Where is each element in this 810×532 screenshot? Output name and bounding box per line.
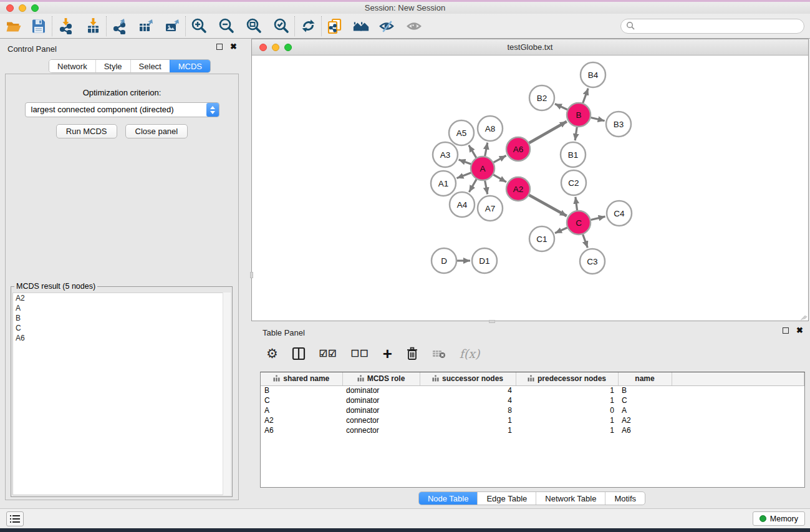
network-canvas[interactable]: B4B2BB3A5A8A6B1A3AC2A1A2A4A7C4CC1DD1C3: [252, 56, 808, 321]
node-A4[interactable]: A4: [450, 192, 475, 217]
edge-C-C4[interactable]: [591, 216, 605, 220]
memory-button[interactable]: Memory: [753, 511, 805, 526]
edge-A-A1[interactable]: [456, 173, 471, 178]
tab-select[interactable]: Select: [130, 60, 170, 72]
node-C2[interactable]: C2: [561, 170, 586, 195]
node-D[interactable]: D: [432, 248, 456, 273]
hide-panels-button[interactable]: [378, 17, 396, 35]
node-A3[interactable]: A3: [433, 142, 458, 167]
column-header-predecessor-nodes[interactable]: predecessor nodes: [516, 372, 618, 385]
open-session-button[interactable]: [5, 17, 22, 35]
table-row[interactable]: A2connector11A2: [261, 415, 804, 425]
zoom-in-button[interactable]: [190, 17, 208, 35]
table-row[interactable]: Cdominator41C: [261, 395, 804, 405]
node-A2[interactable]: A2: [506, 177, 530, 201]
float-panel-icon[interactable]: [216, 44, 223, 50]
node-A1[interactable]: A1: [431, 171, 456, 196]
column-header-MCDS-role[interactable]: MCDS role: [342, 372, 420, 385]
mcds-result-item[interactable]: A6: [13, 333, 230, 343]
zoom-out-button[interactable]: [218, 17, 235, 35]
mcds-result-list[interactable]: A2ABCA6: [12, 293, 231, 495]
edge-B-B4[interactable]: [583, 89, 588, 104]
close-panel-icon[interactable]: ✖: [230, 44, 237, 50]
node-A7[interactable]: A7: [478, 196, 503, 221]
edge-B-B3[interactable]: [591, 118, 604, 121]
node-A6[interactable]: A6: [506, 137, 530, 161]
show-panels-button[interactable]: [406, 17, 423, 35]
table-row[interactable]: Bdominator41B: [261, 385, 804, 395]
node-C3[interactable]: C3: [580, 249, 605, 274]
float-table-panel-icon[interactable]: [783, 327, 789, 334]
node-B1[interactable]: B1: [561, 142, 586, 167]
result-scrollbar[interactable]: [223, 293, 231, 495]
mcds-result-item[interactable]: B: [13, 313, 230, 323]
task-history-button[interactable]: [6, 511, 24, 526]
unselect-all-columns-button[interactable]: ☐☐: [351, 346, 369, 362]
home-view-button[interactable]: [352, 17, 370, 35]
edge-C-C1[interactable]: [555, 228, 567, 233]
zoom-selected-button[interactable]: [272, 17, 290, 35]
mcds-result-item[interactable]: C: [13, 323, 230, 333]
network-graph[interactable]: B4B2BB3A5A8A6B1A3AC2A1A2A4A7C4CC1DD1C3: [252, 56, 808, 321]
node-B2[interactable]: B2: [529, 85, 554, 110]
zoom-fit-button[interactable]: [245, 17, 263, 35]
column-header-successor-nodes[interactable]: successor nodes: [420, 372, 516, 385]
tab-edge-table[interactable]: Edge Table: [477, 492, 536, 505]
mcds-result-item[interactable]: A2: [13, 293, 230, 303]
edge-A-A6[interactable]: [494, 156, 506, 163]
search-input[interactable]: [635, 22, 804, 31]
tab-motifs[interactable]: Motifs: [605, 492, 645, 505]
edge-A-A2[interactable]: [493, 175, 506, 182]
delete-columns-button[interactable]: [406, 346, 418, 362]
edge-A-A3[interactable]: [459, 160, 471, 164]
edge-A6-B[interactable]: [529, 122, 566, 143]
save-session-button[interactable]: [30, 17, 47, 35]
node-A8[interactable]: A8: [478, 116, 503, 141]
node-C1[interactable]: C1: [529, 226, 554, 251]
create-column-button[interactable]: +: [383, 346, 392, 362]
table-row[interactable]: Adominator80A: [261, 405, 804, 415]
column-header-shared-name[interactable]: shared name: [261, 372, 342, 385]
edge-C-C3[interactable]: [583, 235, 588, 248]
delete-table-button[interactable]: [432, 346, 446, 362]
duplicate-network-button[interactable]: [326, 17, 344, 35]
criterion-dropdown[interactable]: largest connected component (directed): [25, 102, 219, 117]
column-header-name[interactable]: name: [618, 372, 672, 385]
import-network-button[interactable]: [57, 17, 74, 35]
edge-A-A7[interactable]: [485, 181, 488, 195]
tab-network[interactable]: Network: [49, 60, 95, 72]
node-B4[interactable]: B4: [581, 62, 605, 87]
export-network-button[interactable]: [111, 17, 128, 35]
run-mcds-button[interactable]: Run MCDS: [56, 124, 117, 138]
edge-A-A8[interactable]: [485, 143, 488, 157]
export-table-button[interactable]: [137, 17, 155, 35]
close-table-panel-icon[interactable]: ✖: [796, 327, 803, 334]
edge-A-A5[interactable]: [469, 145, 476, 158]
refresh-layout-button[interactable]: [299, 17, 317, 35]
mcds-result-item[interactable]: A: [13, 303, 230, 313]
edge-B-B1[interactable]: [575, 127, 577, 140]
tab-mcds[interactable]: MCDS: [170, 60, 210, 72]
close-panel-button[interactable]: Close panel: [125, 124, 188, 138]
resize-grip-icon[interactable]: [799, 312, 807, 319]
node-C4[interactable]: C4: [607, 201, 632, 226]
search-box[interactable]: [620, 19, 804, 34]
node-C[interactable]: C: [567, 211, 591, 235]
table-settings-button[interactable]: ⚙: [266, 346, 278, 362]
node-B[interactable]: B: [567, 103, 591, 127]
node-B3[interactable]: B3: [606, 112, 631, 137]
edge-A-A4[interactable]: [469, 179, 476, 192]
node-A[interactable]: A: [471, 157, 494, 180]
edge-B-B2[interactable]: [555, 104, 567, 110]
tab-network-table[interactable]: Network Table: [536, 492, 605, 505]
show-columns-button[interactable]: [292, 346, 306, 362]
vertical-splitter-handle[interactable]: [250, 272, 253, 278]
node-table[interactable]: shared nameMCDS rolesuccessor nodesprede…: [260, 372, 805, 488]
edge-A2-C[interactable]: [529, 195, 566, 216]
export-image-button[interactable]: [163, 17, 181, 35]
select-all-columns-button[interactable]: ☑☑: [319, 346, 337, 362]
node-A5[interactable]: A5: [449, 120, 474, 145]
tab-style[interactable]: Style: [95, 60, 130, 72]
table-row[interactable]: A6connector11A6: [261, 425, 804, 435]
tab-node-table[interactable]: Node Table: [419, 492, 478, 505]
